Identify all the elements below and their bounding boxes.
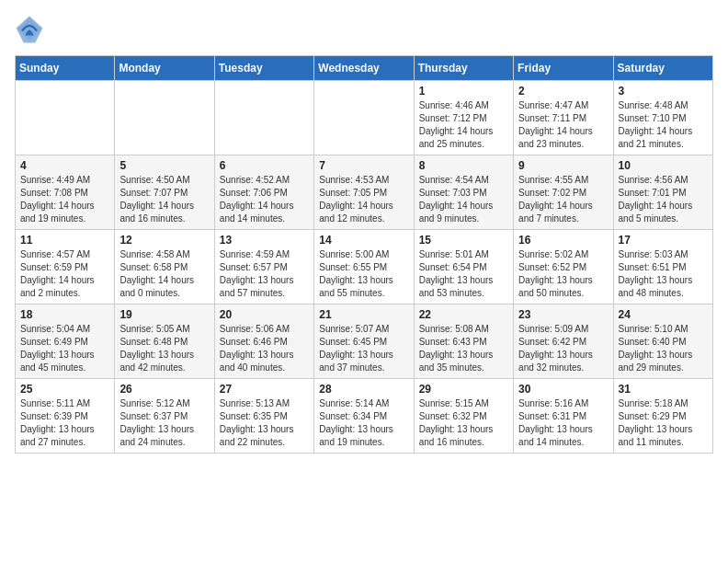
calendar-cell: 23Sunrise: 5:09 AM Sunset: 6:42 PM Dayli… [514,304,613,379]
calendar-cell: 25Sunrise: 5:11 AM Sunset: 6:39 PM Dayli… [16,379,115,454]
day-number: 1 [419,85,508,98]
day-info: Sunrise: 4:59 AM Sunset: 6:57 PM Dayligh… [220,248,309,300]
calendar-cell: 3Sunrise: 4:48 AM Sunset: 7:10 PM Daylig… [613,81,712,155]
calendar-cell: 13Sunrise: 4:59 AM Sunset: 6:57 PM Dayli… [214,230,313,304]
calendar-cell [314,81,414,155]
day-number: 10 [619,159,708,172]
day-number: 20 [220,308,309,321]
calendar-cell: 30Sunrise: 5:16 AM Sunset: 6:31 PM Dayli… [514,379,613,454]
day-info: Sunrise: 5:03 AM Sunset: 6:51 PM Dayligh… [619,248,708,300]
day-number: 3 [619,85,708,98]
day-info: Sunrise: 4:46 AM Sunset: 7:12 PM Dayligh… [419,99,508,151]
day-number: 12 [119,234,209,247]
calendar-cell: 19Sunrise: 5:05 AM Sunset: 6:48 PM Dayli… [115,304,214,379]
weekday-header-saturday: Saturday [613,56,712,81]
day-info: Sunrise: 4:55 AM Sunset: 7:02 PM Dayligh… [518,174,608,225]
day-info: Sunrise: 5:04 AM Sunset: 6:49 PM Dayligh… [20,323,109,374]
day-info: Sunrise: 5:11 AM Sunset: 6:39 PM Dayligh… [20,397,109,449]
calendar-week-3: 11Sunrise: 4:57 AM Sunset: 6:59 PM Dayli… [16,230,713,304]
day-info: Sunrise: 4:48 AM Sunset: 7:10 PM Dayligh… [619,99,708,151]
calendar-cell: 31Sunrise: 5:18 AM Sunset: 6:29 PM Dayli… [613,379,712,454]
calendar-cell: 17Sunrise: 5:03 AM Sunset: 6:51 PM Dayli… [613,230,712,304]
calendar-cell: 14Sunrise: 5:00 AM Sunset: 6:55 PM Dayli… [314,230,414,304]
day-info: Sunrise: 5:06 AM Sunset: 6:46 PM Dayligh… [220,323,309,374]
day-info: Sunrise: 5:10 AM Sunset: 6:40 PM Dayligh… [619,323,708,374]
day-number: 8 [419,159,508,172]
calendar-cell: 7Sunrise: 4:53 AM Sunset: 7:05 PM Daylig… [314,155,414,230]
weekday-header-thursday: Thursday [414,56,513,81]
day-info: Sunrise: 4:49 AM Sunset: 7:08 PM Dayligh… [20,174,109,225]
day-number: 31 [619,383,708,396]
day-number: 28 [319,383,408,396]
day-number: 16 [518,234,608,247]
calendar-week-2: 4Sunrise: 4:49 AM Sunset: 7:08 PM Daylig… [16,155,713,230]
day-info: Sunrise: 5:13 AM Sunset: 6:35 PM Dayligh… [220,397,309,449]
logo [15,15,48,44]
calendar-cell: 29Sunrise: 5:15 AM Sunset: 6:32 PM Dayli… [414,379,513,454]
day-number: 13 [220,234,309,247]
calendar-cell: 28Sunrise: 5:14 AM Sunset: 6:34 PM Dayli… [314,379,414,454]
calendar-cell: 16Sunrise: 5:02 AM Sunset: 6:52 PM Dayli… [514,230,613,304]
day-number: 4 [20,159,109,172]
day-number: 2 [518,85,608,98]
logo-icon [15,15,44,44]
weekday-header-tuesday: Tuesday [214,56,313,81]
day-number: 17 [619,234,708,247]
day-number: 5 [119,159,209,172]
day-number: 14 [319,234,408,247]
calendar-cell: 6Sunrise: 4:52 AM Sunset: 7:06 PM Daylig… [214,155,313,230]
calendar-cell [16,81,115,155]
day-number: 30 [518,383,608,396]
day-info: Sunrise: 4:52 AM Sunset: 7:06 PM Dayligh… [220,174,309,225]
calendar-cell: 12Sunrise: 4:58 AM Sunset: 6:58 PM Dayli… [115,230,214,304]
day-number: 22 [419,308,508,321]
day-number: 27 [220,383,309,396]
calendar-cell [214,81,313,155]
calendar-cell [115,81,214,155]
calendar-cell: 22Sunrise: 5:08 AM Sunset: 6:43 PM Dayli… [414,304,513,379]
calendar-cell: 27Sunrise: 5:13 AM Sunset: 6:35 PM Dayli… [214,379,313,454]
day-info: Sunrise: 4:58 AM Sunset: 6:58 PM Dayligh… [119,248,209,300]
day-number: 26 [119,383,209,396]
day-info: Sunrise: 5:00 AM Sunset: 6:55 PM Dayligh… [319,248,408,300]
day-info: Sunrise: 5:18 AM Sunset: 6:29 PM Dayligh… [619,397,708,449]
day-number: 11 [20,234,109,247]
day-info: Sunrise: 4:54 AM Sunset: 7:03 PM Dayligh… [419,174,508,225]
day-number: 29 [419,383,508,396]
day-info: Sunrise: 5:12 AM Sunset: 6:37 PM Dayligh… [119,397,209,449]
calendar-cell: 10Sunrise: 4:56 AM Sunset: 7:01 PM Dayli… [613,155,712,230]
calendar-cell: 8Sunrise: 4:54 AM Sunset: 7:03 PM Daylig… [414,155,513,230]
calendar-week-1: 1Sunrise: 4:46 AM Sunset: 7:12 PM Daylig… [16,81,713,155]
day-info: Sunrise: 5:05 AM Sunset: 6:48 PM Dayligh… [119,323,209,374]
day-info: Sunrise: 5:07 AM Sunset: 6:45 PM Dayligh… [319,323,408,374]
calendar-cell: 5Sunrise: 4:50 AM Sunset: 7:07 PM Daylig… [115,155,214,230]
day-info: Sunrise: 4:56 AM Sunset: 7:01 PM Dayligh… [619,174,708,225]
day-number: 24 [619,308,708,321]
calendar-week-4: 18Sunrise: 5:04 AM Sunset: 6:49 PM Dayli… [16,304,713,379]
day-number: 9 [518,159,608,172]
day-info: Sunrise: 5:02 AM Sunset: 6:52 PM Dayligh… [518,248,608,300]
day-number: 25 [20,383,109,396]
calendar-week-5: 25Sunrise: 5:11 AM Sunset: 6:39 PM Dayli… [16,379,713,454]
day-info: Sunrise: 4:53 AM Sunset: 7:05 PM Dayligh… [319,174,408,225]
day-number: 23 [518,308,608,321]
day-info: Sunrise: 5:15 AM Sunset: 6:32 PM Dayligh… [419,397,508,449]
svg-marker-1 [17,17,43,43]
weekday-header-row: SundayMondayTuesdayWednesdayThursdayFrid… [16,56,713,81]
day-info: Sunrise: 5:09 AM Sunset: 6:42 PM Dayligh… [518,323,608,374]
day-info: Sunrise: 5:16 AM Sunset: 6:31 PM Dayligh… [518,397,608,449]
calendar-cell: 4Sunrise: 4:49 AM Sunset: 7:08 PM Daylig… [16,155,115,230]
calendar-cell: 20Sunrise: 5:06 AM Sunset: 6:46 PM Dayli… [214,304,313,379]
calendar-cell: 26Sunrise: 5:12 AM Sunset: 6:37 PM Dayli… [115,379,214,454]
weekday-header-sunday: Sunday [16,56,115,81]
weekday-header-wednesday: Wednesday [314,56,414,81]
day-info: Sunrise: 5:01 AM Sunset: 6:54 PM Dayligh… [419,248,508,300]
day-number: 7 [319,159,408,172]
calendar-cell: 9Sunrise: 4:55 AM Sunset: 7:02 PM Daylig… [514,155,613,230]
calendar-cell: 18Sunrise: 5:04 AM Sunset: 6:49 PM Dayli… [16,304,115,379]
weekday-header-friday: Friday [514,56,613,81]
day-number: 18 [20,308,109,321]
day-number: 6 [220,159,309,172]
day-info: Sunrise: 5:08 AM Sunset: 6:43 PM Dayligh… [419,323,508,374]
day-info: Sunrise: 4:47 AM Sunset: 7:11 PM Dayligh… [518,99,608,151]
